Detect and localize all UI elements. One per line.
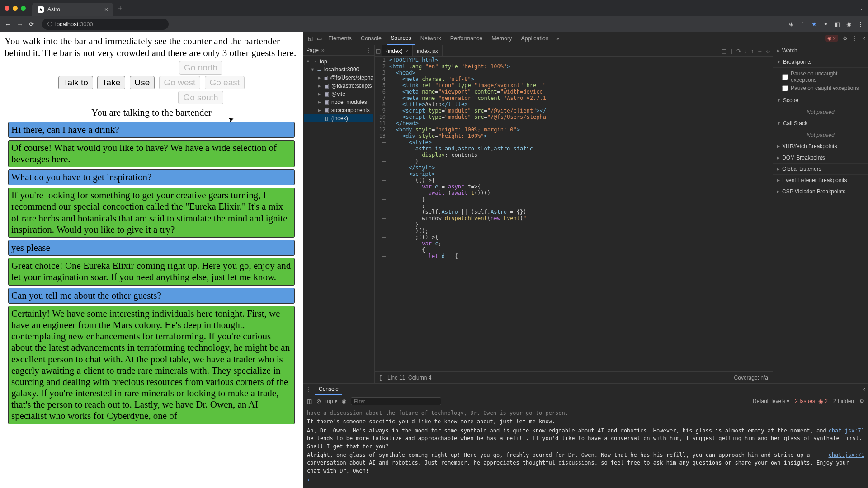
menu-icon[interactable]: ⋮ — [858, 21, 863, 28]
code-line[interactable]: 3 <head> — [375, 70, 773, 76]
go-west-button[interactable]: Go west — [159, 76, 201, 89]
share-icon[interactable]: ⇧ — [800, 21, 805, 28]
pause-caught-checkbox[interactable]: Pause on caught exceptions — [782, 84, 864, 92]
code-line[interactable]: – let d = { — [375, 253, 773, 259]
code-line[interactable]: – } — [375, 221, 773, 228]
device-icon[interactable]: ▭ — [315, 35, 323, 42]
close-devtools-icon[interactable]: × — [862, 35, 865, 42]
go-north-button[interactable]: Go north — [179, 61, 222, 75]
code-editor[interactable]: 1<!DOCTYPE html>2<html lang="en" style="… — [375, 57, 773, 371]
tree-file-index[interactable]: ▯(index) — [304, 114, 373, 122]
code-line[interactable]: – <style> — [375, 139, 773, 145]
tree-origin[interactable]: ▼☁localhost:3000 — [304, 66, 373, 74]
code-line[interactable]: – var e = async t=>{ — [375, 183, 773, 190]
maximize-window-button[interactable] — [21, 6, 26, 11]
minimize-window-button[interactable] — [13, 6, 18, 11]
tree-folder[interactable]: ▶▣@fs/Users/stepha — [304, 74, 373, 82]
code-line[interactable]: – var c; — [375, 240, 773, 247]
code-line[interactable]: 4 <meta charset="utf-8"> — [375, 76, 773, 82]
live-expression-icon[interactable]: ◉ — [342, 398, 346, 404]
reload-button[interactable]: ⟳ — [29, 21, 34, 28]
log-levels[interactable]: Default levels ▾ — [753, 398, 789, 404]
tree-top[interactable]: ▼▫top — [304, 57, 373, 66]
code-line[interactable]: 11 </head> — [375, 120, 773, 127]
code-line[interactable]: 9 <script type="module" src="/@vite/clie… — [375, 108, 773, 114]
go-east-button[interactable]: Go east — [205, 76, 245, 89]
scope-section[interactable]: ▼Scope — [773, 95, 868, 106]
editor-tab-indexjsx[interactable]: index.jsx — [413, 45, 443, 56]
source-link[interactable]: chat.jsx:71 — [829, 427, 864, 435]
pause-icon[interactable]: ‖ — [730, 48, 733, 54]
nav-more-icon[interactable]: » — [321, 47, 325, 53]
nav-page-tab[interactable]: Page — [306, 47, 319, 53]
new-tab-button[interactable]: + — [118, 4, 122, 12]
code-line[interactable]: – )(); — [375, 228, 773, 234]
tab-elements[interactable]: Elements — [324, 33, 356, 44]
extensions-icon[interactable]: ✦ — [823, 21, 828, 28]
code-line[interactable]: – </style> — [375, 164, 773, 171]
talk-to-button[interactable]: Talk to — [58, 76, 93, 89]
code-line[interactable]: – { — [375, 247, 773, 253]
inspect-icon[interactable]: ◱ — [306, 35, 314, 42]
nav-menu-icon[interactable]: ⋮ — [366, 47, 372, 53]
back-button[interactable]: ← — [5, 20, 11, 28]
error-badge[interactable]: ◉ 2 — [825, 35, 838, 42]
issues-link[interactable]: 2 Issues: ◉ 2 — [795, 398, 828, 404]
code-line[interactable]: 7 <meta name="generator" content="Astro … — [375, 95, 773, 101]
code-line[interactable]: – <script> — [375, 171, 773, 177]
source-link[interactable]: chat.jsx:71 — [829, 451, 864, 459]
tab-network[interactable]: Network — [416, 33, 445, 44]
take-button[interactable]: Take — [97, 76, 125, 89]
tree-folder[interactable]: ▶▣src/components — [304, 106, 373, 114]
pause-uncaught-checkbox[interactable]: Pause on uncaught exceptions — [782, 70, 864, 84]
tab-application[interactable]: Application — [517, 33, 552, 44]
chevron-down-icon[interactable]: ⌄ — [859, 5, 863, 11]
forward-button[interactable]: → — [17, 20, 24, 28]
tab-memory[interactable]: Memory — [487, 33, 516, 44]
zoom-icon[interactable]: ⊕ — [789, 21, 794, 28]
settings-icon[interactable]: ⚙ — [843, 35, 848, 42]
code-line[interactable]: 2<html lang="en" style="height: 100%"> — [375, 63, 773, 70]
tab-console[interactable]: Console — [357, 33, 386, 44]
tree-folder[interactable]: ▶▣@vite — [304, 90, 373, 98]
console-prompt[interactable]: › — [307, 475, 864, 485]
editor-sidebar-toggle-icon[interactable]: ◫ — [375, 45, 382, 56]
editor-tab-index[interactable]: (index)× — [382, 45, 413, 56]
step-out-icon[interactable]: ↑ — [751, 48, 754, 54]
drawer-console-tab[interactable]: Console — [315, 384, 342, 395]
code-line[interactable]: – display: contents — [375, 152, 773, 158]
code-line[interactable]: 10 <script type="module" src="/@fs/Users… — [375, 114, 773, 120]
global-listeners-section[interactable]: ▶Global Listeners — [773, 164, 868, 175]
go-south-button[interactable]: Go south — [178, 91, 223, 104]
console-filter-input[interactable] — [351, 397, 441, 405]
callstack-section[interactable]: ▼Call Stack — [773, 118, 868, 129]
step-into-icon[interactable]: ↓ — [745, 48, 747, 54]
console-output[interactable]: have a discussion about the future of te… — [303, 407, 868, 488]
dock-menu-icon[interactable]: ⋮ — [852, 35, 858, 42]
more-tabs-icon[interactable]: » — [554, 35, 562, 42]
address-bar[interactable]: ⓘ localhost:3000 — [42, 19, 169, 30]
use-button[interactable]: Use — [130, 76, 155, 89]
close-window-button[interactable] — [5, 6, 9, 11]
bookmark-icon[interactable]: ★ — [811, 21, 817, 28]
code-line[interactable]: 1<!DOCTYPE html> — [375, 57, 773, 63]
profile-icon[interactable]: ◉ — [846, 21, 851, 28]
tree-folder[interactable]: ▶▣@id/astro:scripts — [304, 82, 373, 90]
code-line[interactable]: – ; — [375, 202, 773, 209]
console-settings-icon[interactable]: ⚙ — [859, 398, 864, 404]
close-tab-icon[interactable]: × — [104, 6, 108, 13]
code-line[interactable]: 6 <meta name="viewport" content="width=d… — [375, 89, 773, 95]
code-line[interactable]: – ;(()=>{ — [375, 234, 773, 240]
sidepanel-icon[interactable]: ◧ — [835, 21, 840, 28]
dom-bp-section[interactable]: ▶DOM Breakpoints — [773, 152, 868, 164]
code-line[interactable]: 12 <body style="height: 100%; margin: 0"… — [375, 127, 773, 133]
code-line[interactable]: – astro-island,astro-slot,astro-static — [375, 145, 773, 152]
csp-bp-section[interactable]: ▶CSP Violation Breakpoints — [773, 186, 868, 197]
clear-console-icon[interactable]: ⊘ — [316, 398, 321, 404]
step-over-icon[interactable]: ↷ — [736, 48, 741, 54]
code-line[interactable]: 5 <link rel="icon" type="image/svg+xml" … — [375, 82, 773, 89]
breakpoints-section[interactable]: ▼Breakpoints — [773, 56, 868, 68]
code-line[interactable]: – } — [375, 196, 773, 202]
drawer-menu-icon[interactable]: ⋮ — [306, 386, 311, 393]
xhr-section[interactable]: ▶XHR/fetch Breakpoints — [773, 141, 868, 152]
